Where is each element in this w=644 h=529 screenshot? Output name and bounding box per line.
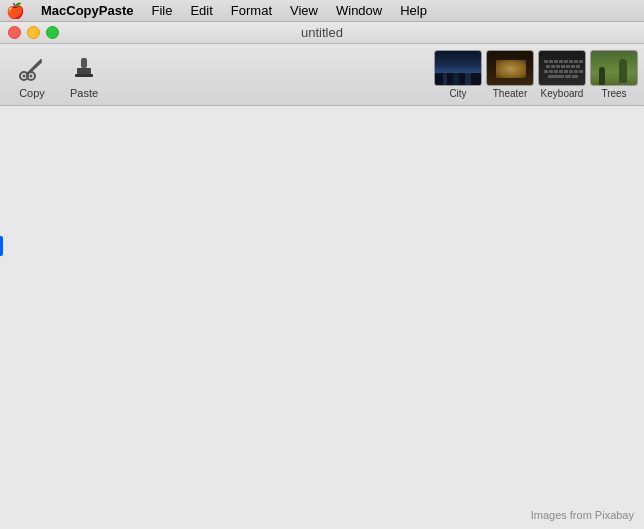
toolbar: Copy Paste xyxy=(0,44,644,106)
svg-rect-8 xyxy=(75,74,93,77)
menubar-item-file[interactable]: File xyxy=(143,2,180,19)
theater-thumbnail-image xyxy=(486,50,534,86)
theater-thumbnail-label: Theater xyxy=(493,88,527,99)
keyboard-thumbnail-label: Keyboard xyxy=(541,88,584,99)
menubar-item-window[interactable]: Window xyxy=(328,2,390,19)
stamp-icon xyxy=(68,53,100,85)
menubar-item-apptitle[interactable]: MacCopyPaste xyxy=(33,2,141,19)
scissors-icon xyxy=(16,53,48,85)
close-button[interactable] xyxy=(8,26,21,39)
copy-label: Copy xyxy=(19,87,45,99)
city-thumbnail-label: City xyxy=(449,88,466,99)
image-credit: Images from Pixabay xyxy=(531,509,634,521)
city-thumbnail-image xyxy=(434,50,482,86)
svg-rect-6 xyxy=(77,68,91,74)
traffic-lights xyxy=(8,26,59,39)
paste-label: Paste xyxy=(70,87,98,99)
keyboard-thumbnail-image xyxy=(538,50,586,86)
svg-point-1 xyxy=(23,74,26,77)
menubar-item-edit[interactable]: Edit xyxy=(182,2,220,19)
trees-thumbnail-image xyxy=(590,50,638,86)
maximize-button[interactable] xyxy=(46,26,59,39)
thumbnail-city[interactable]: City xyxy=(434,50,482,99)
svg-rect-7 xyxy=(81,58,87,68)
paste-button[interactable]: Paste xyxy=(58,48,110,102)
minimize-button[interactable] xyxy=(27,26,40,39)
copy-button[interactable]: Copy xyxy=(6,48,58,102)
thumbnail-trees[interactable]: Trees xyxy=(590,50,638,99)
menubar-item-format[interactable]: Format xyxy=(223,2,280,19)
svg-point-3 xyxy=(30,74,33,77)
thumbnail-theater[interactable]: Theater xyxy=(486,50,534,99)
left-edge-indicator xyxy=(0,236,3,256)
thumbnail-keyboard[interactable]: Keyboard xyxy=(538,50,586,99)
apple-menu-icon[interactable]: 🍎 xyxy=(6,2,25,20)
menubar-item-help[interactable]: Help xyxy=(392,2,435,19)
menubar: 🍎 MacCopyPaste File Edit Format View Win… xyxy=(0,0,644,22)
toolbar-left: Copy Paste xyxy=(6,48,110,102)
trees-thumbnail-label: Trees xyxy=(601,88,626,99)
menubar-item-view[interactable]: View xyxy=(282,2,326,19)
window-title: untitled xyxy=(301,25,343,40)
toolbar-thumbnails: City Theater xyxy=(434,50,638,99)
titlebar: untitled xyxy=(0,22,644,44)
canvas-area[interactable]: Images from Pixabay xyxy=(0,106,644,529)
svg-line-5 xyxy=(28,62,41,74)
main-window: untitled Copy xyxy=(0,22,644,529)
